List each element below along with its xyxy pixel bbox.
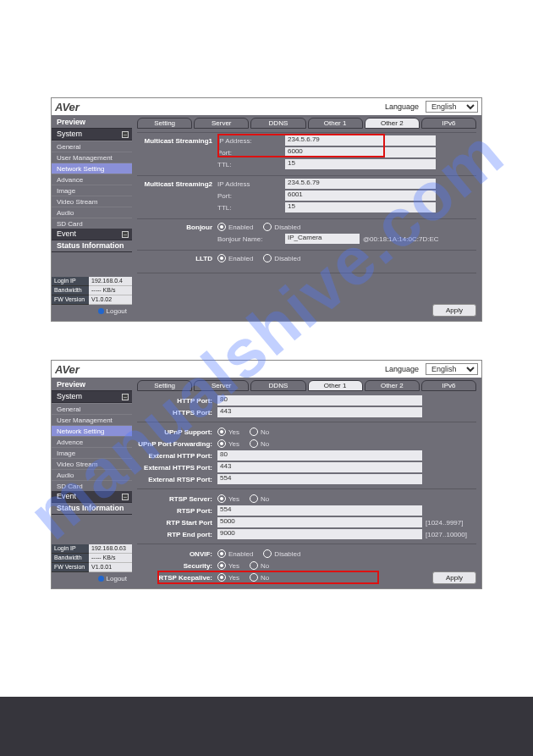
sidebar-item-sd-card[interactable]: SD Card bbox=[52, 218, 132, 229]
tab-ipv6[interactable]: IPv6 bbox=[421, 118, 476, 129]
sidebar-item-network-setting[interactable]: Network Setting bbox=[52, 163, 132, 174]
sidebar-item-network-setting[interactable]: Network Setting bbox=[52, 425, 132, 436]
tab-other2[interactable]: Other 2 bbox=[365, 118, 420, 129]
group-lltd: LLTD bbox=[137, 255, 217, 262]
section-preview[interactable]: Preview bbox=[52, 117, 132, 129]
security-yes-radio[interactable] bbox=[217, 561, 226, 570]
section-system[interactable]: System– bbox=[52, 129, 132, 141]
topbar: AVer Language English bbox=[52, 98, 481, 115]
mc1-ip-input[interactable]: 234.5.6.79 bbox=[285, 135, 436, 146]
bonjour-disabled-radio[interactable] bbox=[263, 223, 272, 231]
sidebar-item-advance[interactable]: Advance bbox=[52, 174, 132, 185]
bonjour-enabled-radio[interactable] bbox=[217, 223, 226, 231]
keepalive-yes-radio[interactable] bbox=[217, 573, 226, 582]
mc2-ip-input[interactable]: 234.5.6.79 bbox=[285, 179, 436, 189]
mc2-port-label: Port: bbox=[217, 192, 285, 200]
upnp-yes-radio[interactable] bbox=[217, 428, 226, 436]
tab-other1[interactable]: Other 1 bbox=[308, 380, 363, 391]
language-select[interactable]: English bbox=[426, 363, 478, 375]
section-status[interactable]: Status Information bbox=[52, 503, 132, 515]
section-system[interactable]: System– bbox=[52, 391, 132, 403]
onvif-enabled-radio[interactable] bbox=[217, 549, 226, 558]
tab-other2[interactable]: Other 2 bbox=[365, 380, 420, 391]
tab-setting[interactable]: Setting bbox=[137, 380, 192, 391]
https-port-input[interactable]: 443 bbox=[217, 407, 422, 417]
upnp-label: UPnP Support: bbox=[137, 428, 217, 436]
rtsp-server-yes-radio[interactable] bbox=[217, 494, 226, 503]
language-label: Language bbox=[385, 102, 419, 111]
rtsp-port-input[interactable]: 554 bbox=[217, 505, 422, 516]
topbar: AVer Language English bbox=[52, 361, 481, 378]
rtp-end-input[interactable]: 9000 bbox=[217, 529, 422, 539]
http-port-input[interactable]: 80 bbox=[217, 395, 422, 406]
apply-button[interactable]: Apply bbox=[432, 304, 476, 317]
section-preview[interactable]: Preview bbox=[52, 379, 132, 391]
screenshot-other1: AVer Language English Preview System– Ge… bbox=[51, 360, 482, 589]
sidebar-item-video-stream[interactable]: Video Stream bbox=[52, 458, 132, 469]
section-event[interactable]: Event– bbox=[52, 491, 132, 503]
apply-button[interactable]: Apply bbox=[432, 571, 476, 584]
upnp-fwd-yes-radio[interactable] bbox=[217, 439, 226, 448]
sidebar: Preview System– General User Management … bbox=[52, 115, 132, 321]
ext-http-label: External HTTP Port: bbox=[137, 452, 217, 460]
onvif-disabled-radio[interactable] bbox=[263, 549, 272, 558]
bonjour-disabled-label: Disabled bbox=[274, 223, 300, 231]
collapse-icon: – bbox=[122, 394, 129, 400]
keepalive-label: RTSP Keepalive: bbox=[137, 574, 217, 582]
sidebar-item-audio[interactable]: Audio bbox=[52, 207, 132, 218]
collapse-icon: – bbox=[122, 494, 129, 500]
language-label: Language bbox=[385, 365, 419, 373]
logout-button[interactable]: Logout bbox=[52, 572, 132, 585]
mc2-port-input[interactable]: 6001 bbox=[285, 190, 436, 201]
sidebar-item-sd-card[interactable]: SD Card bbox=[52, 480, 132, 491]
section-event[interactable]: Event– bbox=[52, 229, 132, 240]
sidebar-item-general[interactable]: General bbox=[52, 403, 132, 414]
keepalive-no-radio[interactable] bbox=[250, 573, 258, 582]
lltd-disabled-label: Disabled bbox=[274, 255, 300, 262]
tab-ddns[interactable]: DDNS bbox=[250, 118, 305, 129]
sidebar-item-general[interactable]: General bbox=[52, 141, 132, 152]
ext-rtsp-input[interactable]: 554 bbox=[217, 474, 422, 484]
footer-info: Login IP192.168.0.4 Bandwidth----- KB/s … bbox=[52, 277, 132, 317]
upnp-no-radio[interactable] bbox=[250, 428, 258, 436]
sidebar-item-audio[interactable]: Audio bbox=[52, 469, 132, 480]
collapse-icon: – bbox=[122, 231, 129, 238]
login-ip-value: 192.168.0.4 bbox=[89, 277, 132, 286]
mc2-ttl-label: TTL: bbox=[217, 204, 285, 212]
tab-ddns[interactable]: DDNS bbox=[250, 380, 305, 391]
bonjour-name-label: Bonjour Name: bbox=[217, 235, 285, 243]
mc1-ttl-label: TTL: bbox=[217, 161, 285, 168]
upnp-fwd-no-radio[interactable] bbox=[250, 439, 258, 448]
language-select[interactable]: English bbox=[426, 101, 478, 113]
sidebar-item-image[interactable]: Image bbox=[52, 185, 132, 196]
sidebar-item-user-management[interactable]: User Management bbox=[52, 152, 132, 163]
ext-http-input[interactable]: 80 bbox=[217, 450, 422, 461]
lltd-enabled-radio[interactable] bbox=[217, 254, 226, 262]
section-status[interactable]: Status Information bbox=[52, 240, 132, 252]
mc1-ttl-input[interactable]: 15 bbox=[285, 159, 436, 169]
tab-ipv6[interactable]: IPv6 bbox=[421, 380, 476, 391]
sidebar-item-advence[interactable]: Advence bbox=[52, 436, 132, 447]
rtp-start-input[interactable]: 5000 bbox=[217, 517, 422, 527]
tab-server[interactable]: Server bbox=[194, 380, 249, 391]
rtsp-server-no-radio[interactable] bbox=[250, 494, 258, 503]
mc1-port-input[interactable]: 6000 bbox=[285, 147, 436, 157]
login-ip-value: 192.168.0.63 bbox=[89, 544, 132, 554]
sidebar-item-video-stream[interactable]: Video Stream bbox=[52, 196, 132, 207]
mc2-ip-label: IP Address bbox=[217, 180, 285, 188]
group-bonjour: Bonjour bbox=[137, 223, 217, 231]
ext-https-label: External HTTPS Port: bbox=[137, 464, 217, 472]
bonjour-name-input[interactable]: IP_Camera bbox=[285, 234, 360, 244]
mc2-ttl-input[interactable]: 15 bbox=[285, 202, 436, 212]
security-no-radio[interactable] bbox=[250, 561, 258, 570]
lltd-disabled-radio[interactable] bbox=[263, 254, 272, 262]
sidebar-item-user-management[interactable]: User Management bbox=[52, 414, 132, 425]
tab-other1[interactable]: Other 1 bbox=[308, 118, 363, 129]
sidebar-item-image[interactable]: Image bbox=[52, 447, 132, 458]
tab-setting[interactable]: Setting bbox=[137, 118, 192, 129]
tab-server[interactable]: Server bbox=[194, 118, 249, 129]
group-multicast1: Multicast Streaming1 bbox=[137, 137, 217, 145]
logout-button[interactable]: Logout bbox=[52, 305, 132, 317]
fw-version-value: V1.0.02 bbox=[89, 295, 132, 305]
ext-https-input[interactable]: 443 bbox=[217, 462, 422, 472]
